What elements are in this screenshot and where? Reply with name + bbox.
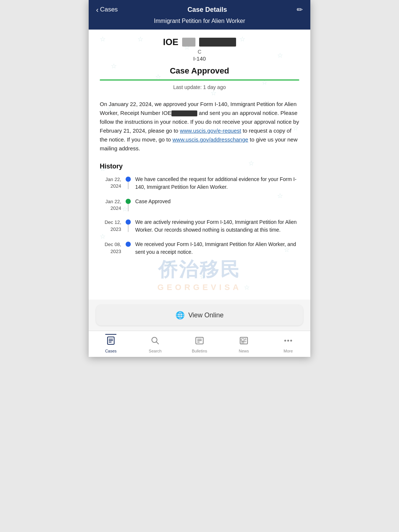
svg-rect-1 — [109, 339, 113, 340]
redacted-receipt-small — [182, 38, 195, 47]
more-label: More — [283, 349, 293, 353]
globe-icon: 🌐 — [175, 311, 185, 320]
view-online-button[interactable]: 🌐 View Online — [96, 305, 303, 325]
svg-line-5 — [157, 342, 159, 344]
news-label: News — [239, 349, 249, 353]
nav-item-news[interactable]: News — [222, 334, 266, 353]
timeline-dot — [126, 177, 131, 182]
redacted-receipt-inline — [171, 110, 197, 116]
view-online-container: 🌐 View Online — [89, 300, 310, 331]
spacer — [89, 270, 310, 300]
case-description: On January 22, 2024, we approved your Fo… — [89, 98, 310, 159]
phone-container: ‹ Cases Case Details ✏ Immigrant Petitio… — [89, 0, 310, 357]
bottom-nav: Cases Search Bulletins — [89, 331, 310, 357]
view-online-label: View Online — [188, 311, 224, 319]
history-text: Case Approved — [135, 198, 299, 205]
cases-underline — [105, 334, 116, 335]
nav-item-cases[interactable]: Cases — [89, 334, 133, 353]
receipt-row: IOE — [163, 37, 236, 47]
uscis-addresschange-link[interactable]: www.uscis.gov/addresschange — [173, 136, 248, 143]
timeline-dot — [126, 242, 131, 247]
timeline-line — [128, 182, 129, 189]
nav-item-more[interactable]: More — [266, 334, 310, 353]
cases-label: Cases — [105, 349, 116, 353]
receipt-prefix: IOE — [163, 37, 178, 47]
history-item: Dec 08, 2023We received your Form I-140,… — [100, 241, 299, 256]
history-text: We received your Form I-140, Immigrant P… — [135, 241, 299, 256]
svg-rect-2 — [109, 340, 113, 341]
cases-icon — [106, 336, 116, 348]
history-text: We are actively reviewing your Form I-14… — [135, 218, 299, 234]
status-progress-bar — [100, 79, 299, 81]
nav-header: ‹ Cases Case Details ✏ — [89, 0, 310, 14]
back-button[interactable]: ‹ Cases — [96, 6, 118, 14]
history-timeline — [126, 175, 131, 189]
history-timeline — [126, 218, 131, 232]
svg-rect-3 — [109, 342, 112, 342]
history-date: Jan 22, 2024 — [100, 198, 126, 212]
timeline-dot — [126, 219, 131, 225]
search-underline — [150, 334, 161, 335]
bulletins-underline — [194, 334, 205, 335]
nav-item-bulletins[interactable]: Bulletins — [177, 334, 222, 353]
history-date: Dec 08, 2023 — [100, 241, 126, 255]
last-update: Last update: 1 day ago — [173, 84, 226, 90]
case-status: Case Approved — [170, 66, 229, 76]
timeline-dot — [126, 199, 131, 204]
sub-header-title: Immigrant Petition for Alien Worker — [154, 18, 245, 24]
svg-point-17 — [287, 340, 289, 342]
history-list: Jan 22, 2024We have cancelled the reques… — [100, 175, 299, 256]
timeline-line — [128, 204, 129, 211]
svg-point-16 — [284, 340, 286, 342]
nav-title: Case Details — [118, 6, 297, 14]
history-timeline — [126, 241, 131, 247]
bulletins-icon — [195, 336, 204, 348]
back-chevron-icon: ‹ — [96, 6, 99, 14]
main-content: ☆ ☆ ☆ ☆ ☆ ☆ ☆ ☆ ☆ ☆ ☆ ☆ ☆ ☆ ☆ ☆ ☆ ☆ ☆ ☆ … — [89, 30, 310, 300]
back-label: Cases — [100, 6, 118, 13]
news-underline — [238, 334, 249, 335]
bulletins-label: Bulletins — [192, 349, 207, 353]
search-label: Search — [149, 349, 162, 353]
history-item: Jan 22, 2024We have cancelled the reques… — [100, 175, 299, 191]
svg-point-18 — [290, 340, 292, 342]
history-item: Jan 22, 2024Case Approved — [100, 198, 299, 212]
sub-header: Immigrant Petition for Alien Worker — [89, 14, 310, 30]
form-sub: C — [198, 49, 201, 55]
more-icon — [283, 336, 293, 348]
search-icon — [150, 336, 160, 348]
history-date: Dec 12, 2023 — [100, 218, 126, 232]
history-date: Jan 22, 2024 — [100, 175, 126, 190]
nav-item-search[interactable]: Search — [133, 334, 177, 353]
history-text: We have cancelled the request for additi… — [135, 175, 299, 191]
history-timeline — [126, 198, 131, 211]
timeline-line — [128, 225, 129, 232]
more-underline — [283, 334, 294, 335]
form-number: I-140 — [193, 55, 206, 62]
edit-icon[interactable]: ✏ — [297, 5, 303, 14]
news-icon — [239, 336, 249, 348]
redacted-receipt-large — [199, 38, 236, 47]
history-title: History — [100, 163, 299, 170]
case-header: IOE C I-140 Case Approved Last update: 1… — [89, 30, 310, 98]
history-section: History Jan 22, 2024We have cancelled th… — [89, 159, 310, 270]
svg-rect-11 — [241, 339, 244, 341]
uscis-erequest-link[interactable]: www.uscis.gov/e-request — [180, 127, 241, 134]
history-item: Dec 12, 2023We are actively reviewing yo… — [100, 218, 299, 234]
